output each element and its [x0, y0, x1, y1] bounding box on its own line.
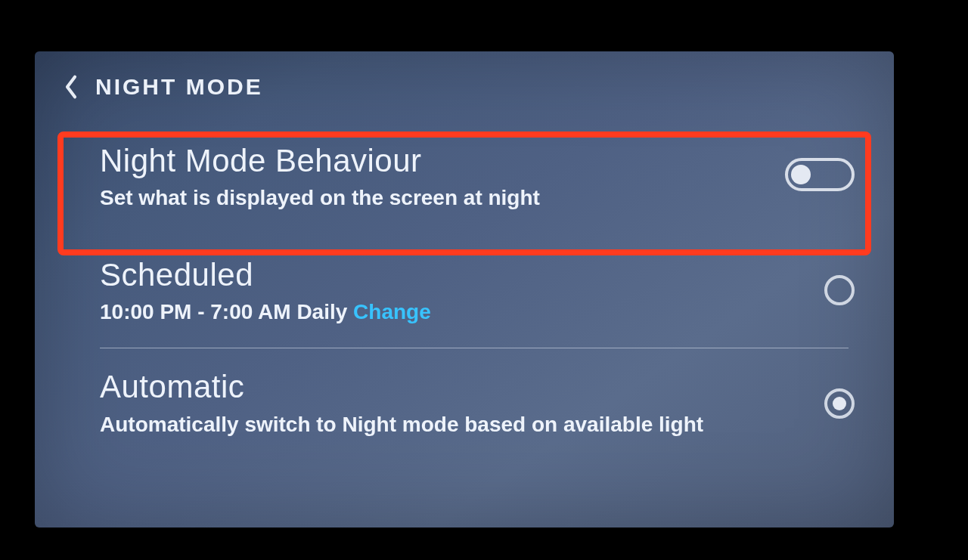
- scheduled-radio[interactable]: [824, 275, 855, 305]
- automatic-title: Automatic: [100, 370, 849, 404]
- automatic-radio[interactable]: [824, 388, 855, 419]
- scheduled-subtitle: 10:00 PM - 7:00 AM Daily Change: [100, 299, 849, 325]
- scheduled-title: Scheduled: [100, 258, 849, 292]
- behaviour-title: Night Mode Behaviour: [100, 144, 849, 178]
- header-bar: NIGHT MODE: [35, 51, 894, 116]
- schedule-range: 10:00 PM - 7:00 AM Daily: [100, 300, 347, 323]
- settings-screen: NIGHT MODE Night Mode Behaviour Set what…: [35, 51, 894, 528]
- behaviour-toggle[interactable]: [785, 158, 855, 191]
- change-schedule-link[interactable]: Change: [353, 300, 431, 323]
- back-icon[interactable]: [64, 74, 79, 100]
- night-mode-behaviour-row[interactable]: Night Mode Behaviour Set what is display…: [35, 116, 894, 232]
- automatic-subtitle: Automatically switch to Night mode based…: [100, 411, 720, 438]
- automatic-row[interactable]: Automatic Automatically switch to Night …: [35, 348, 894, 458]
- page-title: NIGHT MODE: [95, 74, 263, 100]
- scheduled-row[interactable]: Scheduled 10:00 PM - 7:00 AM Daily Chang…: [35, 232, 894, 348]
- behaviour-subtitle: Set what is displayed on the screen at n…: [100, 184, 849, 211]
- toggle-knob: [791, 165, 811, 184]
